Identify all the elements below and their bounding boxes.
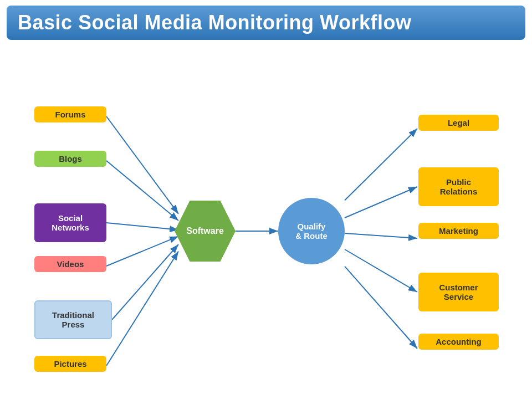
svg-line-4 — [106, 236, 178, 266]
node-pictures: Pictures — [34, 356, 106, 372]
svg-line-5 — [112, 244, 178, 320]
node-public-relations: PublicRelations — [418, 167, 499, 206]
node-blogs: Blogs — [34, 151, 106, 167]
svg-line-11 — [345, 249, 417, 292]
page-title: Basic Social Media Monitoring Workflow — [18, 11, 514, 34]
workflow-diagram: Forums Blogs SocialNetworks Videos Tradi… — [0, 40, 532, 389]
svg-line-8 — [345, 129, 417, 201]
svg-line-1 — [106, 116, 178, 214]
svg-line-10 — [345, 233, 417, 238]
svg-line-9 — [345, 187, 417, 218]
node-software: Software — [175, 201, 236, 262]
node-social-networks: SocialNetworks — [34, 203, 106, 242]
node-legal: Legal — [418, 115, 499, 131]
svg-line-2 — [106, 161, 178, 221]
svg-line-12 — [345, 267, 417, 349]
node-forums: Forums — [34, 106, 106, 122]
node-qualify-route: Qualify& Route — [278, 198, 345, 264]
node-marketing: Marketing — [418, 223, 499, 239]
page-header: Basic Social Media Monitoring Workflow — [7, 6, 525, 40]
node-traditional-press: TraditionalPress — [34, 300, 112, 339]
svg-line-3 — [106, 223, 178, 230]
node-videos: Videos — [34, 256, 106, 272]
node-accounting: Accounting — [418, 334, 499, 350]
node-customer-service: CustomerService — [418, 273, 499, 311]
svg-line-6 — [106, 251, 178, 366]
